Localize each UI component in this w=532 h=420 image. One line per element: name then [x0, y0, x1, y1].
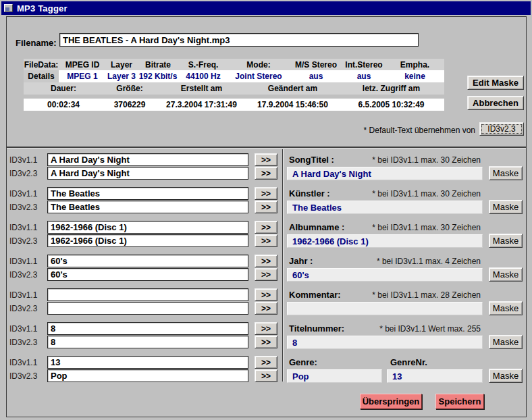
filename-label: Filename: [16, 38, 57, 48]
year-v2-input[interactable] [47, 268, 248, 281]
default-text-note: * Default-Text übernehmen von [364, 126, 475, 135]
col-geaendert: Geändert am [247, 84, 338, 93]
genre-v1-input[interactable] [47, 356, 248, 369]
track-number-maske-button[interactable]: Maske [489, 335, 523, 349]
value-empha: keine [385, 72, 444, 81]
comment-v1-input[interactable] [47, 288, 248, 301]
year-maske-button[interactable]: Maske [489, 267, 523, 282]
artist-value-field[interactable]: The Beatles [287, 201, 483, 214]
genre-maske-button[interactable]: Maske [489, 369, 523, 383]
artist-note: * bei ID3v1.1 max. 30 Zeichen [372, 189, 481, 199]
filedata-details-row: Details MPEG 1 Layer 3 192 Kbit/s 44100 … [24, 70, 444, 82]
tag-group-artist: ID3v1.1 >> ID3v2.3 >> Künstler : * bei I… [0, 184, 532, 217]
value-geaendert: 17.9.2004 15:46:50 [247, 100, 338, 109]
track-number-v1-input[interactable] [47, 322, 248, 335]
album-value-field[interactable]: 1962-1966 (Disc 1) [287, 234, 483, 248]
album-v1-input[interactable] [47, 221, 248, 234]
artist-v2-input[interactable] [47, 201, 248, 213]
value-dauer: 00:02:34 [24, 100, 103, 109]
genre-v2-input[interactable] [47, 369, 248, 382]
col-sfreq: S.-Freq. [179, 60, 228, 70]
comment-v2-input[interactable] [47, 302, 248, 315]
id3v11-label: ID3v1.1 [9, 189, 37, 199]
genre-value-field[interactable]: Pop [287, 369, 382, 383]
id3v23-label: ID3v2.3 [9, 371, 37, 381]
abbrechen-button[interactable]: Abbrechen [467, 96, 524, 110]
comment-v2-copy-button[interactable]: >> [255, 302, 277, 315]
value-int-stereo: aus [342, 72, 385, 81]
id3v23-label: ID3v2.3 [9, 270, 37, 280]
artist-v1-input[interactable] [47, 187, 248, 200]
filename-input[interactable] [59, 33, 419, 47]
col-erstellt: Erstellt am [156, 84, 247, 93]
album-maske-button[interactable]: Maske [489, 234, 523, 248]
comment-value-field[interactable] [287, 302, 483, 315]
value-sfreq: 44100 Hz [179, 72, 228, 81]
app-icon [4, 4, 13, 12]
speichern-button[interactable]: Speichern [435, 394, 484, 409]
col-bitrate: Bitrate [137, 60, 179, 70]
artist-v1-copy-button[interactable]: >> [255, 187, 277, 200]
artist-label: Künstler : [289, 188, 330, 199]
year-v1-copy-button[interactable]: >> [255, 255, 277, 267]
edit-maske-button[interactable]: Edit Maske [467, 76, 524, 90]
genre-v2-copy-button[interactable]: >> [255, 369, 277, 382]
album-v2-copy-button[interactable]: >> [255, 234, 277, 247]
ueberspringen-button[interactable]: Überspringen [360, 394, 422, 409]
filedata-header-row: FileData: MPEG ID Layer Bitrate S.-Freq.… [24, 59, 444, 70]
comment-maske-button[interactable]: Maske [489, 301, 523, 315]
id3v23-label: ID3v2.3 [9, 338, 37, 347]
song-title-v2-copy-button[interactable]: >> [255, 167, 277, 180]
default-source-id3v23-button[interactable]: ID3v2.3 [479, 122, 524, 136]
comment-label: Kommentar: [289, 290, 341, 300]
tag-group-album: ID3v1.1 >> ID3v2.3 >> Albumname : * bei … [0, 217, 532, 251]
tag-group-track-number: ID3v1.1 >> ID3v2.3 >> Titelnummer: * bei… [0, 319, 532, 352]
year-v2-copy-button[interactable]: >> [255, 268, 277, 281]
window-title: MP3 Tagger [17, 3, 68, 14]
track-number-label: Titelnummer: [289, 323, 344, 334]
year-value-field[interactable]: 60's [287, 268, 483, 282]
genre-nr-value-field[interactable]: 13 [387, 369, 483, 383]
tag-group-comment: ID3v1.1 >> ID3v2.3 >> Kommentar: * bei I… [0, 285, 532, 319]
song-title-value-field[interactable]: A Hard Day's Night [287, 167, 483, 180]
album-note: * bei ID3v1.1 max. 30 Zeichen [372, 223, 481, 232]
album-v2-input[interactable] [47, 234, 248, 247]
value-mode: Joint Stereo [228, 72, 290, 81]
value-letz-zugriff: 6.5.2005 10:32:49 [338, 100, 444, 109]
id3v11-label: ID3v1.1 [9, 223, 37, 232]
value-layer: Layer 3 [106, 72, 137, 81]
genre-v1-copy-button[interactable]: >> [255, 356, 277, 369]
year-v1-input[interactable] [47, 255, 248, 267]
horizontal-divider [7, 147, 526, 149]
track-number-v1-copy-button[interactable]: >> [255, 322, 277, 335]
col-letz-zugriff: letz. Zugriff am [338, 84, 444, 93]
timestamps-values-row: 00:02:34 3706229 27.3.2004 17:31:49 17.9… [24, 99, 444, 111]
year-note: * bei ID3v1.1 max. 4 Zeichen [377, 257, 481, 266]
track-number-value-field[interactable]: 8 [287, 336, 483, 349]
id3v23-label: ID3v2.3 [9, 236, 37, 246]
artist-v2-copy-button[interactable]: >> [255, 201, 277, 213]
id3v11-label: ID3v1.1 [9, 358, 37, 367]
comment-v1-copy-button[interactable]: >> [255, 288, 277, 301]
col-layer: Layer [106, 60, 137, 70]
album-v1-copy-button[interactable]: >> [255, 221, 277, 234]
track-number-v2-input[interactable] [47, 336, 248, 348]
filedata-label: FileData: [24, 60, 59, 70]
track-number-note: * bei ID3v1.1 Wert max. 255 [379, 324, 481, 334]
value-mpeg-id: MPEG 1 [59, 72, 106, 81]
details-label: Details [24, 70, 59, 82]
col-dauer: Dauer: [24, 84, 103, 93]
value-erstellt: 27.3.2004 17:31:49 [156, 100, 247, 109]
song-title-note: * bei ID3v1.1 max. 30 Zeichen [372, 155, 481, 165]
id3v11-label: ID3v1.1 [9, 257, 37, 266]
artist-maske-button[interactable]: Maske [489, 200, 523, 214]
song-title-v1-input[interactable] [47, 153, 248, 166]
timestamps-header-row: Dauer: Größe: Erstellt am Geändert am le… [24, 82, 444, 95]
value-ms-stereo: aus [290, 72, 342, 81]
col-ms-stereo: M/S Stereo [290, 60, 342, 70]
tag-group-genre: ID3v1.1 >> ID3v2.3 >> Genre: GenreNr. Po… [0, 352, 532, 386]
song-title-v2-input[interactable] [47, 167, 248, 180]
track-number-v2-copy-button[interactable]: >> [255, 336, 277, 348]
song-title-v1-copy-button[interactable]: >> [255, 153, 277, 166]
song-title-maske-button[interactable]: Maske [489, 166, 523, 180]
